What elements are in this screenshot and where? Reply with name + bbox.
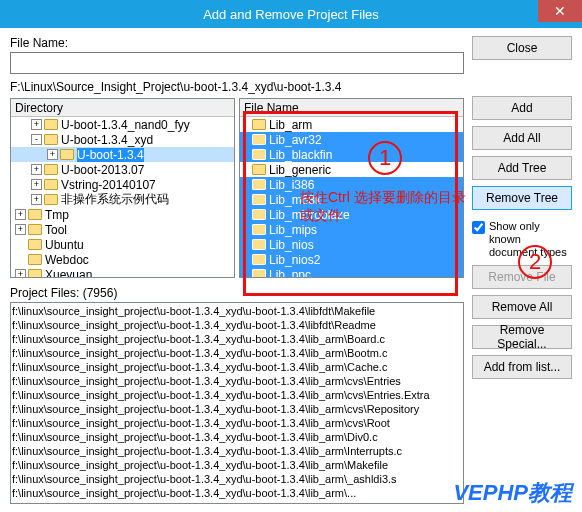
- tree-item[interactable]: +Tmp: [11, 207, 234, 222]
- tree-item-label: Tool: [45, 223, 67, 237]
- tree-item[interactable]: +非操作系统示例代码: [11, 192, 234, 207]
- file-item[interactable]: Lib_nios: [240, 237, 463, 252]
- close-button[interactable]: Close: [472, 36, 572, 60]
- filename-input[interactable]: [10, 52, 464, 74]
- file-item[interactable]: Lib_ppc: [240, 267, 463, 277]
- folder-icon: [252, 194, 266, 205]
- project-file-row[interactable]: f:\linux\source_insight_project\u-boot-1…: [12, 332, 462, 346]
- file-item-label: Lib_nios: [269, 238, 314, 252]
- file-item[interactable]: Lib_arm: [240, 117, 463, 132]
- folder-icon: [252, 254, 266, 265]
- folder-icon: [252, 224, 266, 235]
- tree-item-label: Vstring-20140107: [61, 178, 156, 192]
- file-item[interactable]: Lib_avr32: [240, 132, 463, 147]
- current-path: F:\Linux\Source_Insight_Project\u-boot-1…: [10, 80, 464, 94]
- project-files-list[interactable]: f:\linux\source_insight_project\u-boot-1…: [10, 302, 464, 504]
- directory-header: Directory: [11, 99, 234, 117]
- tree-item-label: Webdoc: [45, 253, 89, 267]
- add-button[interactable]: Add: [472, 96, 572, 120]
- file-item[interactable]: Lib_blackfin: [240, 147, 463, 162]
- file-item-label: Lib_ppc: [269, 268, 311, 278]
- project-file-row[interactable]: f:\linux\source_insight_project\u-boot-1…: [12, 416, 462, 430]
- directory-panel: Directory +U-boot-1.3.4_nand0_fyy-U-boot…: [10, 98, 235, 278]
- tree-item-label: Tmp: [45, 208, 69, 222]
- tree-item[interactable]: +U-boot-2013.07: [11, 162, 234, 177]
- folder-icon: [28, 239, 42, 250]
- file-item-label: Lib_nios2: [269, 253, 320, 267]
- tree-item-label: 非操作系统示例代码: [61, 191, 169, 208]
- tree-item[interactable]: +Vstring-20140107: [11, 177, 234, 192]
- expand-icon[interactable]: +: [31, 164, 42, 175]
- tree-item-label: U-boot-1.3.4_nand0_fyy: [61, 118, 190, 132]
- project-file-row[interactable]: f:\linux\source_insight_project\u-boot-1…: [12, 430, 462, 444]
- project-file-row[interactable]: f:\linux\source_insight_project\u-boot-1…: [12, 304, 462, 318]
- expand-icon[interactable]: +: [31, 119, 42, 130]
- tree-item-label: Ubuntu: [45, 238, 84, 252]
- folder-icon: [252, 269, 266, 277]
- tree-item-label: U-boot-1.3.4: [77, 148, 144, 162]
- expand-icon[interactable]: +: [31, 194, 42, 205]
- annotation-circle-1: 1: [368, 141, 402, 175]
- watermark: VEPHP教程: [453, 478, 572, 508]
- expand-icon[interactable]: +: [15, 269, 26, 277]
- project-file-row[interactable]: f:\linux\source_insight_project\u-boot-1…: [12, 346, 462, 360]
- tree-item[interactable]: +U-boot-1.3.4_nand0_fyy: [11, 117, 234, 132]
- folder-icon: [28, 209, 42, 220]
- close-icon: ✕: [554, 3, 566, 19]
- remove-tree-button[interactable]: Remove Tree: [472, 186, 572, 210]
- folder-icon: [44, 194, 58, 205]
- tree-item[interactable]: +Tool: [11, 222, 234, 237]
- tree-item[interactable]: -U-boot-1.3.4_xyd: [11, 132, 234, 147]
- tree-item[interactable]: +U-boot-1.3.4: [11, 147, 234, 162]
- expand-icon[interactable]: -: [31, 134, 42, 145]
- remove-special-button[interactable]: Remove Special...: [472, 325, 572, 349]
- folder-icon: [252, 119, 266, 130]
- filelist-header: File Name: [240, 99, 463, 117]
- folder-icon: [44, 134, 58, 145]
- project-file-row[interactable]: f:\linux\source_insight_project\u-boot-1…: [12, 402, 462, 416]
- folder-icon: [252, 149, 266, 160]
- folder-icon: [44, 119, 58, 130]
- tree-item[interactable]: Ubuntu: [11, 237, 234, 252]
- annotation-circle-2: 2: [518, 245, 552, 279]
- expand-icon[interactable]: +: [47, 149, 58, 160]
- project-file-row[interactable]: f:\linux\source_insight_project\u-boot-1…: [12, 318, 462, 332]
- project-file-row[interactable]: f:\linux\source_insight_project\u-boot-1…: [12, 472, 462, 486]
- file-item[interactable]: Lib_generic: [240, 162, 463, 177]
- project-file-row[interactable]: f:\linux\source_insight_project\u-boot-1…: [12, 374, 462, 388]
- expand-icon[interactable]: +: [15, 224, 26, 235]
- show-only-known-input[interactable]: [472, 221, 485, 234]
- project-files-label: Project Files: (7956): [10, 286, 464, 300]
- remove-all-button[interactable]: Remove All: [472, 295, 572, 319]
- tree-item[interactable]: Webdoc: [11, 252, 234, 267]
- folder-icon: [252, 239, 266, 250]
- file-item[interactable]: Lib_nios2: [240, 252, 463, 267]
- project-file-row[interactable]: f:\linux\source_insight_project\u-boot-1…: [12, 388, 462, 402]
- tree-item-label: U-boot-2013.07: [61, 163, 144, 177]
- file-item-label: Lib_mips: [269, 223, 317, 237]
- folder-icon: [252, 164, 266, 175]
- filename-label: File Name:: [10, 36, 464, 50]
- tree-item-label: U-boot-1.3.4_xyd: [61, 133, 153, 147]
- folder-icon: [28, 269, 42, 277]
- tree-item[interactable]: +Xueyuan: [11, 267, 234, 277]
- add-all-button[interactable]: Add All: [472, 126, 572, 150]
- add-tree-button[interactable]: Add Tree: [472, 156, 572, 180]
- add-from-list-button[interactable]: Add from list...: [472, 355, 572, 379]
- directory-tree[interactable]: +U-boot-1.3.4_nand0_fyy-U-boot-1.3.4_xyd…: [11, 117, 234, 277]
- project-file-row[interactable]: f:\linux\source_insight_project\u-boot-1…: [12, 444, 462, 458]
- folder-icon: [252, 134, 266, 145]
- folder-icon: [28, 224, 42, 235]
- window-close-button[interactable]: ✕: [538, 0, 582, 22]
- expand-icon[interactable]: +: [31, 179, 42, 190]
- file-item-label: Lib_arm: [269, 118, 312, 132]
- folder-icon: [252, 179, 266, 190]
- folder-icon: [28, 254, 42, 265]
- project-file-row[interactable]: f:\linux\source_insight_project\u-boot-1…: [12, 486, 462, 500]
- file-item[interactable]: Lib_mips: [240, 222, 463, 237]
- folder-icon: [44, 164, 58, 175]
- project-file-row[interactable]: f:\linux\source_insight_project\u-boot-1…: [12, 360, 462, 374]
- project-file-row[interactable]: f:\linux\source_insight_project\u-boot-1…: [12, 458, 462, 472]
- folder-icon: [60, 149, 74, 160]
- expand-icon[interactable]: +: [15, 209, 26, 220]
